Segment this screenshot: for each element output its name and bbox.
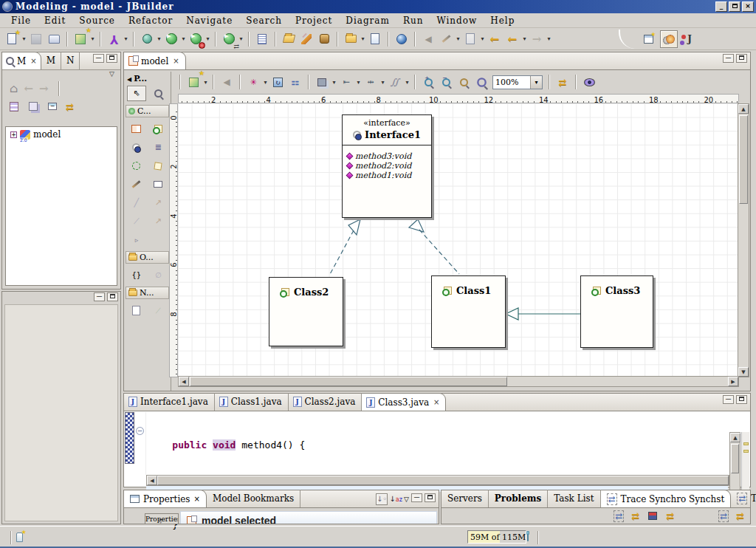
navigate-diagram-button[interactable]: ◀ [219,74,235,90]
tab-close-icon[interactable]: × [173,57,179,65]
menu-item[interactable]: Window [430,14,484,27]
zoom-level-input[interactable] [493,76,530,89]
generalization-tool[interactable]: ↗ [149,195,168,210]
menu-item[interactable]: Search [239,14,289,27]
tab-model-package[interactable]: M [41,52,61,69]
align-button[interactable]: ⇤ [338,74,354,90]
nav-back-button[interactable]: ← [24,82,33,95]
erase-dropdown[interactable]: ▾ [262,79,269,86]
interface-name[interactable]: Interface1 [365,129,421,140]
synchronize-button[interactable]: ⇄ [614,510,624,522]
back-button[interactable]: ← [504,31,520,47]
zoom-selection-button[interactable] [456,74,472,90]
tree-layout-button[interactable] [8,100,20,112]
new-file-button[interactable] [4,31,20,47]
prev-annotation-button[interactable]: ◀ [420,31,436,47]
tab-class2-java[interactable]: JClass2.java [289,393,362,411]
tab-servers[interactable]: Servers [441,490,489,507]
open-perspective-button[interactable] [639,30,657,48]
router-style-button[interactable]: ∬ [387,74,403,90]
trace-synchronize-button[interactable]: ⇄ [718,510,729,522]
scroll-left-arrow[interactable]: ◀ [179,377,189,386]
save-sync-button[interactable] [647,510,659,522]
overview-button[interactable] [581,74,597,90]
class-name[interactable]: Class2 [294,287,329,298]
collapse-all-button[interactable]: − [47,100,58,112]
overview-mark[interactable] [743,450,749,453]
scroll-up-arrow[interactable]: ▲ [730,433,740,442]
zoom-in-button[interactable]: + [420,74,436,90]
window-close-button[interactable]: × [742,1,754,12]
palette-category-note[interactable]: N... [126,287,169,299]
menu-item[interactable]: Edit [38,14,72,27]
view-menu-chevron[interactable]: ▽ [109,70,114,80]
tab-trace-synchronizer[interactable]: ⇄ Trace Synchro Synchst [601,490,732,507]
zoom-tool[interactable] [149,86,168,101]
diagram-horizontal-scrollbar[interactable]: ◀ ▶ [178,376,739,387]
tab-model-navigator[interactable]: M × [2,52,41,69]
scrollbar-thumb[interactable] [731,444,739,473]
run-dropdown[interactable]: ▾ [180,35,187,42]
home-button[interactable]: ⌂ [10,82,18,95]
refactor-button[interactable]: Y [106,31,122,47]
properties-section-tab[interactable]: Properties [145,513,179,524]
zoom-combo-arrow[interactable]: ▾ [530,76,542,89]
save-button[interactable] [28,31,44,47]
menu-item[interactable]: Refactor [122,14,179,27]
sort-alphabetical-button[interactable]: ↓az [390,493,402,505]
java-perspective-button[interactable]: J [681,30,698,48]
scrollbar-thumb[interactable] [739,115,748,204]
task-list-button[interactable] [254,31,270,47]
scroll-right-arrow[interactable]: ▶ [728,377,738,386]
attribute-tool[interactable] [127,177,146,192]
palette-collapse-icon[interactable]: ◀ [127,75,131,83]
last-edit-dropdown[interactable]: ▾ [479,35,486,42]
window-minimize-button[interactable]: _ [715,1,727,12]
link-tool[interactable]: ▹ [127,232,146,247]
scroll-down-arrow[interactable]: ▼ [738,367,749,377]
scroll-left-arrow[interactable]: ◀ [147,476,157,485]
heap-status-widget[interactable]: 59M of 115M [467,530,526,544]
print-button[interactable] [46,31,62,47]
palette-header-label[interactable]: P... [134,74,147,83]
constraint-link-tool[interactable]: ∅ [149,267,168,283]
menu-item[interactable]: File [4,14,38,27]
open-resource-dropdown[interactable]: ▾ [360,35,366,42]
view-maximize-button[interactable] [425,493,436,502]
scrollbar-thumb[interactable] [190,377,507,386]
editor-vertical-scrollbar[interactable]: ▲ [729,432,740,494]
archive-button[interactable] [316,31,332,47]
menu-item[interactable]: Navigate [179,14,239,27]
nav-forward-button[interactable]: → [39,82,49,95]
package-merge-tool[interactable]: ≣ [149,140,168,155]
tree-item-model[interactable]: + 2.0 model [6,127,117,140]
new-element-dropdown[interactable]: ▾ [202,79,209,86]
uml-class-class1[interactable]: Class1 [431,275,506,348]
palette-category-other[interactable]: O... [126,251,169,264]
forward-button[interactable]: → [529,31,545,47]
fast-view-pin-icon[interactable] [16,532,23,542]
interface-tool[interactable] [127,140,146,155]
dependency-tool[interactable]: ⟋ [127,213,146,229]
constraint-tool[interactable]: {} [127,267,146,283]
tab-class3-java[interactable]: JClass3.java× [362,393,446,411]
interface-method[interactable]: method3:void [347,151,428,160]
diagram-vertical-scrollbar[interactable]: ▲ ▼ [738,103,749,377]
tab-navigator[interactable]: N [61,52,80,69]
menu-item[interactable]: Run [396,14,430,27]
next-edit-button[interactable] [438,31,454,47]
new-project-button[interactable] [72,31,89,47]
tab-interface1-java[interactable]: JInterface1.java [124,393,215,411]
garbage-collect-trash-icon[interactable] [527,532,529,541]
erase-button[interactable]: ✳ [245,74,261,90]
trace-refresh-button[interactable]: ⇄ [736,510,744,521]
distribute-dropdown[interactable]: ▾ [379,79,386,86]
diagram-canvas[interactable]: «interface» Interface1 method3:void meth… [178,103,739,377]
sort-by-category-button[interactable]: ↓◦ [376,493,388,505]
refresh-trace-button[interactable]: ⇄ [666,510,674,521]
editor-horizontal-scrollbar[interactable]: ◀ [146,475,729,486]
interface-method[interactable]: method2:void [347,161,428,170]
order-button[interactable] [314,74,330,90]
new-diagram-element-button[interactable] [185,74,202,90]
distribute-button[interactable]: ⇹ [362,74,379,90]
